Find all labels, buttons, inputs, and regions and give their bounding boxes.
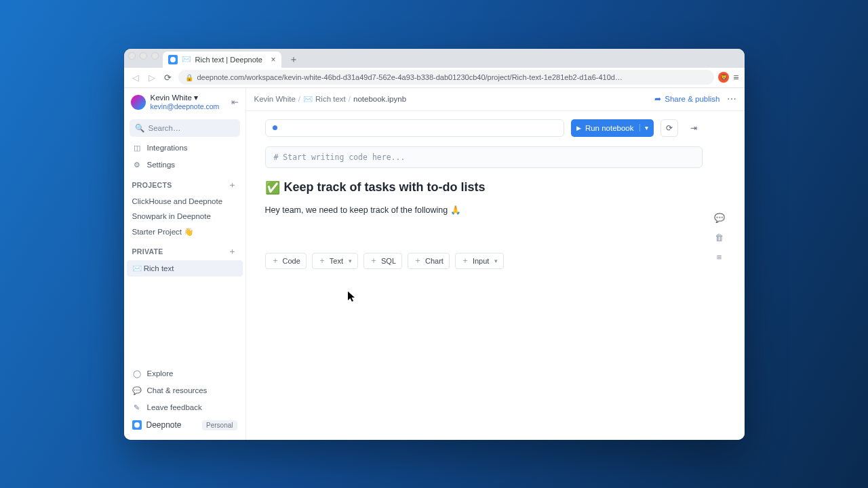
add-chart-button[interactable]: ＋Chart [408, 253, 450, 269]
status-dot-icon [273, 125, 277, 130]
play-icon: ▶ [576, 125, 581, 131]
search-icon: 🔍 [135, 123, 144, 133]
plus-icon: ＋ [370, 255, 378, 266]
add-block-row: ＋Code ＋Text▾ ＋SQL ＋Chart ＋Input▾ [265, 253, 703, 269]
sidebar: Kevin White ▾ kevin@deepnote.com ⇤ 🔍 Sea… [124, 88, 246, 440]
url-field[interactable]: 🔒 deepnote.com/workspace/kevin-white-46b… [178, 70, 715, 85]
plus-icon: ＋ [318, 255, 326, 266]
sidebar-item-explore[interactable]: ◯ Explore [124, 365, 245, 382]
nav-forward-button[interactable]: ▷ [146, 71, 158, 83]
panel-toggle-button[interactable]: ⇥ [685, 119, 703, 137]
browser-window: ✉️ Rich text | Deepnote × ＋ ◁ ▷ ⟳ 🔒 deep… [124, 49, 745, 440]
search-input[interactable]: 🔍 Search… [130, 119, 240, 137]
code-cell[interactable]: # Start writing code here... [265, 146, 703, 168]
feedback-icon: ✎ [132, 403, 142, 412]
section-projects: PROJECTS ＋ [124, 174, 245, 194]
browser-tabbar: ✉️ Rich text | Deepnote × ＋ [124, 49, 745, 68]
sidebar-item-integrations[interactable]: ◫ Integrations [124, 140, 245, 157]
private-item-emoji: ✉️ [132, 264, 142, 272]
text-heading[interactable]: ✅ Keep track of tasks with to-do lists [265, 180, 703, 195]
add-project-button[interactable]: ＋ [228, 179, 237, 191]
plus-icon: ＋ [271, 255, 279, 266]
sidebar-brand[interactable]: Deepnote Personal [124, 416, 245, 434]
project-item[interactable]: ClickHouse and Deepnote [124, 194, 245, 209]
user-name: Kevin White ▾ [151, 94, 220, 103]
chevron-down-icon[interactable]: ▾ [349, 258, 352, 264]
traffic-light-max[interactable] [151, 52, 159, 60]
notebook-toolbar: ▶ Run notebook ▾ ⟳ ⇥ [265, 119, 703, 137]
browser-menu-button[interactable]: ≡ [733, 72, 738, 83]
browser-tab[interactable]: ✉️ Rich text | Deepnote × [163, 52, 281, 68]
drag-handle-icon[interactable]: ≡ [717, 252, 722, 262]
code-placeholder: # Start writing code here... [274, 152, 406, 162]
run-notebook-button[interactable]: ▶ Run notebook ▾ [571, 119, 654, 137]
text-paragraph[interactable]: Hey team, we need to keep track of the f… [265, 205, 703, 215]
window-controls [128, 49, 163, 68]
sidebar-item-chat[interactable]: 💬 Chat & resources [124, 382, 245, 399]
crumb-project-emoji: ✉️ [303, 94, 313, 104]
tab-title: Rich text | Deepnote [195, 56, 262, 64]
tab-close-icon[interactable]: × [271, 56, 275, 64]
traffic-light-min[interactable] [140, 52, 147, 60]
compass-icon: ◯ [132, 369, 142, 378]
cell-action-rail: 💬 🗑 ≡ [711, 119, 728, 440]
add-input-button[interactable]: ＋Input▾ [455, 253, 504, 269]
add-text-button[interactable]: ＋Text▾ [312, 253, 358, 269]
plan-badge: Personal [202, 420, 237, 430]
panel-icon: ⇥ [690, 123, 697, 133]
chat-icon: 💬 [132, 386, 142, 395]
browser-toolbar: ◁ ▷ ⟳ 🔒 deepnote.com/workspace/kevin-whi… [124, 68, 745, 88]
sidebar-item-settings[interactable]: ⚙ Settings [124, 157, 245, 174]
refresh-icon: ⟳ [666, 123, 673, 133]
section-private: PRIVATE ＋ [124, 240, 245, 260]
workspace-switcher[interactable]: Kevin White ▾ kevin@deepnote.com ⇤ [124, 88, 245, 117]
breadcrumb-bar: Kevin White / ✉️ Rich text / notebook.ip… [246, 88, 745, 111]
crumb-project[interactable]: Rich text [315, 95, 346, 103]
restart-kernel-button[interactable]: ⟳ [660, 119, 678, 137]
main: Kevin White / ✉️ Rich text / notebook.ip… [246, 88, 745, 440]
search-placeholder: Search… [149, 124, 181, 132]
share-icon: ➦ [654, 94, 661, 104]
add-sql-button[interactable]: ＋SQL [363, 253, 402, 269]
notebook-area: ▶ Run notebook ▾ ⟳ ⇥ # Start writing cod… [246, 111, 745, 440]
add-private-button[interactable]: ＋ [228, 245, 237, 258]
integrations-icon: ◫ [132, 144, 142, 152]
more-button[interactable]: ⋯ [727, 94, 736, 104]
share-button[interactable]: ➦ Share & publish [654, 94, 719, 104]
sidebar-collapse-icon[interactable]: ⇤ [231, 97, 239, 107]
project-item[interactable]: Starter Project 👋 [124, 224, 245, 240]
sidebar-item-feedback[interactable]: ✎ Leave feedback [124, 399, 245, 416]
sidebar-footer: ◯ Explore 💬 Chat & resources ✎ Leave fee… [124, 363, 245, 440]
gear-icon: ⚙ [132, 161, 142, 169]
crumb-workspace[interactable]: Kevin White [254, 95, 296, 103]
traffic-light-close[interactable] [128, 52, 136, 60]
user-email: kevin@deepnote.com [151, 102, 220, 111]
comment-icon[interactable]: 💬 [714, 213, 725, 223]
chevron-down-icon[interactable]: ▾ [494, 258, 498, 264]
lock-icon: 🔒 [185, 74, 193, 81]
brave-shield-icon[interactable]: 🦁 [718, 72, 729, 83]
new-tab-button[interactable]: ＋ [285, 53, 302, 66]
url-text: deepnote.com/workspace/kevin-white-46bd-… [197, 73, 623, 81]
plus-icon: ＋ [414, 255, 422, 266]
crumb-notebook[interactable]: notebook.ipynb [353, 95, 406, 103]
project-item[interactable]: Snowpark in Deepnote [124, 209, 245, 224]
plus-icon: ＋ [461, 255, 469, 266]
notebook-title-input[interactable] [265, 119, 564, 137]
delete-icon[interactable]: 🗑 [715, 232, 724, 243]
add-code-button[interactable]: ＋Code [265, 253, 307, 269]
heading-emoji: ✅ [265, 180, 280, 195]
nav-back-button[interactable]: ◁ [130, 71, 142, 83]
tab-emoji: ✉️ [182, 55, 191, 64]
avatar [131, 95, 146, 110]
app-root: Kevin White ▾ kevin@deepnote.com ⇤ 🔍 Sea… [124, 88, 745, 440]
run-menu-chevron-icon[interactable]: ▾ [639, 124, 648, 131]
private-item-rich-text[interactable]: ✉️ Rich text [127, 260, 243, 277]
nav-reload-button[interactable]: ⟳ [162, 71, 174, 83]
deepnote-icon [132, 420, 142, 430]
favicon-icon [168, 55, 178, 64]
